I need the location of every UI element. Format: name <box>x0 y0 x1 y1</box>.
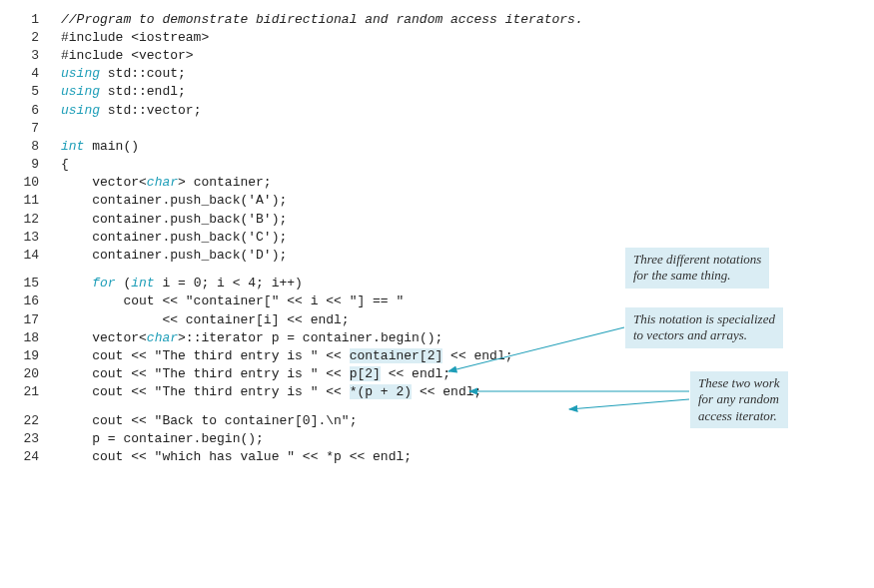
line-number: 8 <box>5 139 61 154</box>
line-number: 20 <box>5 366 61 381</box>
code-line: 12 container.push_back('B'); <box>5 210 869 228</box>
callout-text: for any random <box>698 391 779 406</box>
code-text: container.push_back('B'); <box>61 212 287 227</box>
line-number: 14 <box>5 248 61 263</box>
callout-text: access iterator. <box>698 408 777 423</box>
code-text: << container[i] << endl; <box>61 312 350 327</box>
code-text: //Program to demonstrate bidirectional a… <box>61 12 583 27</box>
code-text: cout << "Back to container[0].\n"; <box>61 413 357 428</box>
callout-specialized: This notation is specialized to vectors … <box>625 307 783 348</box>
callout-text: for the same thing. <box>633 268 731 283</box>
code-text: cout << "which has value " << *p << endl… <box>61 449 412 464</box>
code-text: #include <iostream> <box>61 30 209 45</box>
callout-text: These two work <box>698 375 780 390</box>
code-line: 19 cout << "The third entry is " << cont… <box>5 346 869 364</box>
code-text: container.push_back('D'); <box>61 248 287 263</box>
code-line: 8int main() <box>5 137 869 155</box>
line-number: 1 <box>5 12 61 27</box>
code-line: 24 cout << "which has value " << *p << e… <box>5 447 869 465</box>
code-text: container.push_back('C'); <box>61 230 287 245</box>
code-text: #include <vector> <box>61 48 194 63</box>
line-number: 23 <box>5 431 61 446</box>
code-line: 10 vector<char> container; <box>5 174 869 192</box>
code-line: 7 <box>5 119 869 137</box>
code-line: 23 p = container.begin(); <box>5 429 869 447</box>
line-number: 6 <box>5 103 61 118</box>
code-line: 5using std::endl; <box>5 83 869 101</box>
code-text: vector<char>::iterator p = container.beg… <box>61 330 442 345</box>
line-number: 17 <box>5 312 61 327</box>
code-text: { <box>61 157 69 172</box>
line-number: 10 <box>5 175 61 190</box>
line-number: 13 <box>5 230 61 245</box>
code-text: int main() <box>61 139 139 154</box>
line-number: 24 <box>5 449 61 464</box>
code-text: p = container.begin(); <box>61 431 264 446</box>
code-line: 4using std::cout; <box>5 65 869 83</box>
code-text: using std::vector; <box>61 103 201 118</box>
code-text: container.push_back('A'); <box>61 193 287 208</box>
code-line: 9{ <box>5 156 869 174</box>
callout-three-notations: Three different notations for the same t… <box>625 248 769 289</box>
line-number: 9 <box>5 157 61 172</box>
line-number: 7 <box>5 121 61 136</box>
code-text: for (int i = 0; i < 4; i++) <box>61 276 303 291</box>
line-number: 5 <box>5 84 61 99</box>
line-number: 2 <box>5 30 61 45</box>
line-number: 12 <box>5 212 61 227</box>
callout-random-access: These two work for any random access ite… <box>690 371 788 428</box>
line-number: 3 <box>5 48 61 63</box>
callout-text: This notation is specialized <box>633 311 775 326</box>
line-number: 22 <box>5 413 61 428</box>
code-text: cout << "The third entry is " << contain… <box>61 348 513 363</box>
line-number: 19 <box>5 348 61 363</box>
code-line: 11 container.push_back('A'); <box>5 192 869 210</box>
line-number: 21 <box>5 384 61 399</box>
callout-text: Three different notations <box>633 252 761 267</box>
code-text: vector<char> container; <box>61 175 272 190</box>
callout-text: to vectors and arrays. <box>633 327 747 342</box>
line-number: 18 <box>5 330 61 345</box>
code-text: cout << "container[" << i << "] == " <box>61 294 404 308</box>
code-text: using std::endl; <box>61 84 186 99</box>
code-line: 13 container.push_back('C'); <box>5 228 869 246</box>
code-line: 2#include <iostream> <box>5 28 869 46</box>
code-text: using std::cout; <box>61 66 186 81</box>
line-number: 11 <box>5 193 61 208</box>
code-text: cout << "The third entry is " << *(p + 2… <box>61 384 481 399</box>
code-line: 6using std::vector; <box>5 101 869 119</box>
line-number: 15 <box>5 276 61 291</box>
code-line: 3#include <vector> <box>5 46 869 64</box>
code-text: cout << "The third entry is " << p[2] <<… <box>61 366 450 381</box>
code-line: 1//Program to demonstrate bidirectional … <box>5 10 869 28</box>
line-number: 16 <box>5 294 61 308</box>
line-number: 4 <box>5 66 61 81</box>
